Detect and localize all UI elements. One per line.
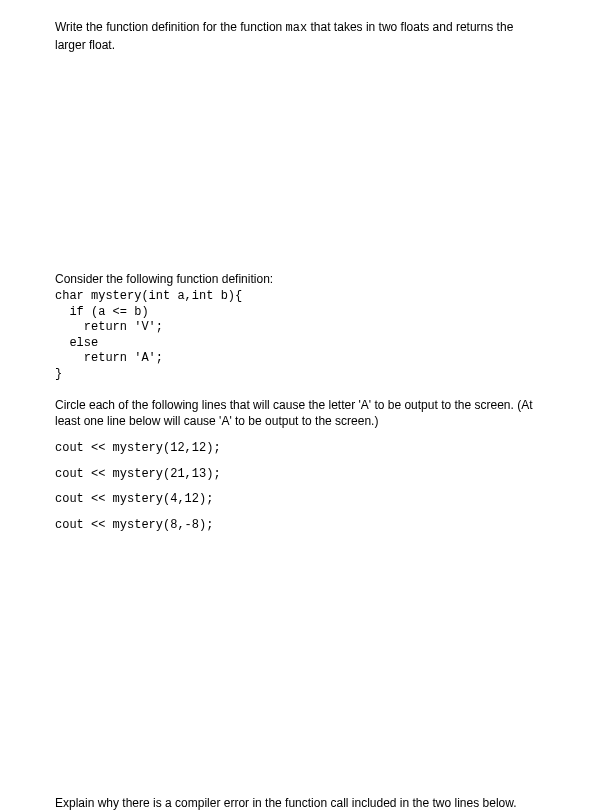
question-3: Explain why there is a compiler error in… bbox=[55, 795, 541, 810]
q3-text: Explain why there is a compiler error in… bbox=[55, 795, 541, 810]
q2-option-4: cout << mystery(8,-8); bbox=[55, 518, 541, 534]
blank-space bbox=[55, 533, 541, 795]
q2-option-1: cout << mystery(12,12); bbox=[55, 441, 541, 457]
q1-inline-code: max bbox=[286, 21, 308, 35]
q2-intro-text: Consider the following function definiti… bbox=[55, 271, 541, 287]
worksheet-page: Write the function definition for the fu… bbox=[0, 0, 596, 810]
q1-text-part-a: Write the function definition for the fu… bbox=[55, 20, 286, 34]
q2-option-2: cout << mystery(21,13); bbox=[55, 467, 541, 483]
q2-code-block: char mystery(int a,int b){ if (a <= b) r… bbox=[55, 289, 541, 383]
q2-instruction: Circle each of the following lines that … bbox=[55, 397, 541, 429]
question-2: Consider the following function definiti… bbox=[55, 271, 541, 534]
q2-option-3: cout << mystery(4,12); bbox=[55, 492, 541, 508]
question-1: Write the function definition for the fu… bbox=[55, 19, 541, 53]
